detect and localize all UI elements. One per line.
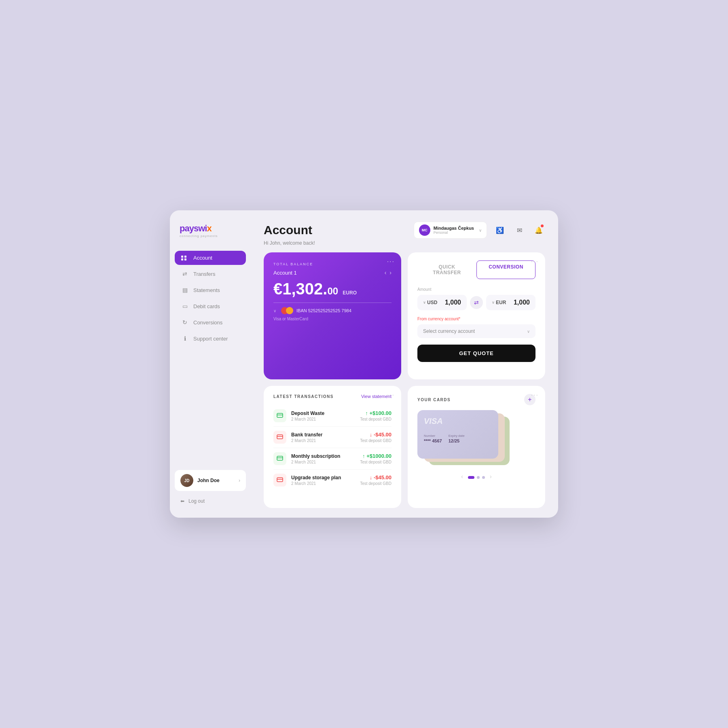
tx-info-2: Monthly subscription 2 March 2021 <box>291 453 355 464</box>
tx-name-2: Monthly subscription <box>291 453 355 459</box>
sidebar-label-debit-cards: Debit cards <box>193 303 220 309</box>
main-content: Account MC Mindaugas Čepkus Personal ∨ ♿… <box>251 210 558 518</box>
balance-cents: 00 <box>327 286 338 296</box>
to-currency-chevron: ∨ <box>492 301 495 305</box>
svg-rect-4 <box>277 456 283 460</box>
to-currency-input[interactable]: ∨ EUR 1,000 <box>486 295 535 310</box>
svg-rect-2 <box>277 435 283 439</box>
sidebar-label-statements: Statements <box>193 287 220 293</box>
tx-info-0: Deposit Waste 2 March 2021 <box>291 411 355 421</box>
card-next-button[interactable]: › <box>490 473 492 480</box>
avatar-img: JD <box>180 474 193 487</box>
transaction-item: Deposit Waste 2 March 2021 ↑ +$100.00 Te… <box>273 405 392 427</box>
card-details-row: Number **** 4567 Expiry date 12/25 <box>424 434 492 443</box>
tx-amount-0: ↑ +$100.00 <box>360 410 392 416</box>
visa-card[interactable]: VISA Number **** 4567 Expiry date 12/25 <box>417 410 498 459</box>
tab-conversion[interactable]: CONVERSION <box>476 260 535 279</box>
card-visual: VISA Number **** 4567 Expiry date 12/25 <box>417 410 535 467</box>
sidebar-item-support[interactable]: ℹ Support center <box>175 331 246 346</box>
card-dots <box>468 476 485 479</box>
balance-amount-row: €1,302.00 EURO <box>273 281 392 297</box>
account-row: Account 1 ‹ › <box>273 269 392 276</box>
accessibility-button[interactable]: ♿ <box>493 224 506 237</box>
transactions-panel-menu[interactable]: ··· <box>387 392 395 399</box>
account-select-dropdown[interactable]: Select currency account ∨ <box>417 324 535 338</box>
from-currency-chevron: ∨ <box>423 301 426 305</box>
swap-currencies-button[interactable]: ⇄ <box>470 296 483 309</box>
logo-x: x <box>207 223 211 233</box>
tx-name-1: Bank transfer <box>291 432 355 438</box>
chevron-right-icon: › <box>239 478 240 483</box>
account-next-icon[interactable]: › <box>389 269 392 276</box>
tx-desc-0: Test deposit GBD <box>360 417 392 421</box>
tx-amount-col-0: ↑ +$100.00 Test deposit GBD <box>360 410 392 421</box>
logout-button[interactable]: ⬅ Log out <box>175 494 246 508</box>
transaction-item: Bank transfer 2 March 2021 ↓ -$45.00 Tes… <box>273 427 392 448</box>
transaction-list: Deposit Waste 2 March 2021 ↑ +$100.00 Te… <box>273 405 392 491</box>
iban-chevron-icon: ∨ <box>273 309 276 313</box>
tx-icon-0 <box>273 409 286 422</box>
currency-row: ∨ USD 1,000 ⇄ ∨ EUR 1,000 <box>417 295 535 310</box>
account-select-text: Select currency account <box>423 328 527 334</box>
tx-amount-1: ↓ -$45.00 <box>360 432 392 438</box>
user-name: John Doe <box>197 478 235 483</box>
account-info: Mindaugas Čepkus Personal <box>434 226 474 235</box>
tx-info-1: Bank transfer 2 March 2021 <box>291 432 355 443</box>
transfer-panel: ··· QUICK TRANSFER CONVERSION Amount ∨ U… <box>408 252 545 379</box>
tx-date-3: 2 March 2021 <box>291 481 355 486</box>
sidebar-item-debit-cards[interactable]: ▭ Debit cards <box>175 299 246 313</box>
cards-panel-menu[interactable]: ··· <box>531 392 539 399</box>
account-selector-avatar: MC <box>419 224 430 236</box>
get-quote-button[interactable]: GET QUOTE <box>417 345 535 362</box>
tab-quick-transfer[interactable]: QUICK TRANSFER <box>417 260 476 279</box>
mail-button[interactable]: ✉ <box>513 224 526 237</box>
balance-card: ··· TOTAL BALANCE Account 1 ‹ › €1,302.0… <box>264 252 401 379</box>
mastercard-icon <box>281 307 293 314</box>
card-expiry-field: Expiry date 12/25 <box>449 434 465 443</box>
tx-icon-2 <box>273 452 286 465</box>
tx-name-0: Deposit Waste <box>291 411 355 416</box>
account-select-chevron-icon: ∨ <box>527 329 530 334</box>
from-currency-amount: 1,000 <box>445 299 461 306</box>
account-navigation: ‹ › <box>385 269 392 276</box>
notifications-button[interactable]: 🔔 <box>532 224 545 237</box>
sidebar-label-support: Support center <box>193 336 228 342</box>
tx-date-0: 2 March 2021 <box>291 417 355 421</box>
sidebar: payswix connecting payments Account ⇄ Tr… <box>170 210 251 518</box>
to-currency-amount: 1,000 <box>514 299 530 306</box>
card-number-label: Number <box>424 434 442 438</box>
card-dot-2 <box>477 476 480 479</box>
logo: payswix <box>180 223 241 234</box>
sidebar-item-conversions[interactable]: ↻ Conversions <box>175 315 246 330</box>
from-currency-input[interactable]: ∨ USD 1,000 <box>417 295 467 310</box>
logout-icon: ⬅ <box>180 498 184 504</box>
balance-main: €1,302. <box>273 280 327 298</box>
user-profile-card[interactable]: JD John Doe › <box>175 470 246 491</box>
sidebar-item-account[interactable]: Account <box>175 251 246 265</box>
info-icon: ℹ <box>181 335 188 342</box>
card-prev-button[interactable]: ‹ <box>461 473 463 480</box>
account-row-name: Account 1 <box>273 270 297 276</box>
card-expiry-label: Expiry date <box>449 434 465 438</box>
amount-label: Amount <box>417 287 535 292</box>
notification-dot <box>541 224 544 227</box>
sidebar-bottom: JD John Doe › ⬅ Log out <box>170 470 251 508</box>
nav-items: Account ⇄ Transfers ▤ Statements ▭ Debit… <box>170 251 251 470</box>
account-prev-icon[interactable]: ‹ <box>385 269 387 276</box>
tx-amount-col-3: ↓ -$45.00 Test deposit GBD <box>360 474 392 486</box>
doc-icon: ▤ <box>181 287 188 293</box>
sidebar-item-transfers[interactable]: ⇄ Transfers <box>175 267 246 281</box>
tx-amount-col-2: ↑ +$1000.00 Test deposit GBD <box>360 453 392 464</box>
topbar: Account MC Mindaugas Čepkus Personal ∨ ♿… <box>251 210 558 239</box>
transfer-tabs: QUICK TRANSFER CONVERSION <box>417 260 535 279</box>
sidebar-item-statements[interactable]: ▤ Statements <box>175 283 246 297</box>
tx-icon-1 <box>273 431 286 444</box>
transfer-panel-menu[interactable]: ··· <box>531 258 539 265</box>
cards-header: YOUR CARDS + <box>417 394 535 405</box>
account-selector[interactable]: MC Mindaugas Čepkus Personal ∨ <box>414 222 487 239</box>
cards-panel: ··· YOUR CARDS + VISA Number **** 4567 <box>408 386 545 508</box>
balance-label: TOTAL BALANCE <box>273 262 392 266</box>
to-currency-code: ∨ EUR <box>492 300 506 305</box>
sidebar-label-conversions: Conversions <box>193 320 222 326</box>
content-grid: ··· TOTAL BALANCE Account 1 ‹ › €1,302.0… <box>251 246 558 518</box>
